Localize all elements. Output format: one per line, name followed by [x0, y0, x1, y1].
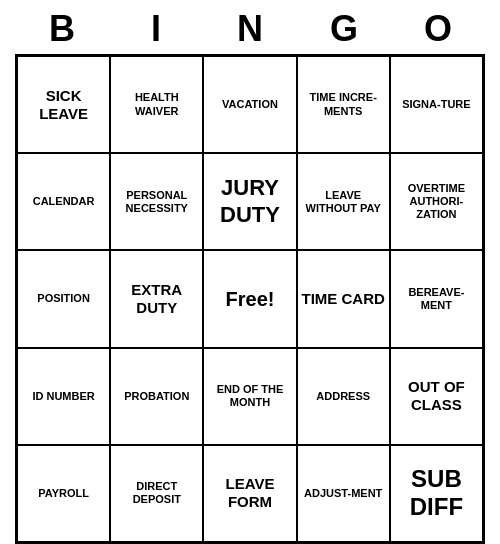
bingo-cell-r1-c3: LEAVE WITHOUT PAY [297, 153, 390, 250]
bingo-cell-r4-c1: DIRECT DEPOSIT [110, 445, 203, 542]
bingo-cell-r0-c3: TIME INCRE-MENTS [297, 56, 390, 153]
bingo-cell-r0-c2: VACATION [203, 56, 296, 153]
bingo-cell-r4-c2: LEAVE FORM [203, 445, 296, 542]
letter-g: G [304, 8, 384, 50]
bingo-cell-r3-c4: OUT OF CLASS [390, 348, 483, 445]
bingo-cell-r2-c0: POSITION [17, 250, 110, 347]
bingo-cell-r3-c3: ADDRESS [297, 348, 390, 445]
letter-i: I [116, 8, 196, 50]
bingo-cell-r1-c1: PERSONAL NECESSITY [110, 153, 203, 250]
bingo-title: B I N G O [15, 0, 485, 54]
letter-o: O [398, 8, 478, 50]
bingo-cell-r3-c0: ID NUMBER [17, 348, 110, 445]
bingo-cell-r1-c0: CALENDAR [17, 153, 110, 250]
letter-n: N [210, 8, 290, 50]
bingo-cell-r0-c4: SIGNA-TURE [390, 56, 483, 153]
bingo-cell-r0-c1: HEALTH WAIVER [110, 56, 203, 153]
bingo-cell-r2-c3: TIME CARD [297, 250, 390, 347]
bingo-cell-r3-c1: PROBATION [110, 348, 203, 445]
bingo-cell-r4-c4: SUB DIFF [390, 445, 483, 542]
bingo-cell-r2-c1: EXTRA DUTY [110, 250, 203, 347]
bingo-cell-r4-c3: ADJUST-MENT [297, 445, 390, 542]
bingo-cell-r1-c4: OVERTIME AUTHORI-ZATION [390, 153, 483, 250]
letter-b: B [22, 8, 102, 50]
bingo-grid: SICK LEAVEHEALTH WAIVERVACATIONTIME INCR… [15, 54, 485, 544]
bingo-cell-r2-c4: BEREAVE-MENT [390, 250, 483, 347]
bingo-cell-r0-c0: SICK LEAVE [17, 56, 110, 153]
bingo-cell-r3-c2: END OF THE MONTH [203, 348, 296, 445]
bingo-cell-r4-c0: PAYROLL [17, 445, 110, 542]
bingo-cell-r1-c2: JURY DUTY [203, 153, 296, 250]
bingo-cell-r2-c2: Free! [203, 250, 296, 347]
